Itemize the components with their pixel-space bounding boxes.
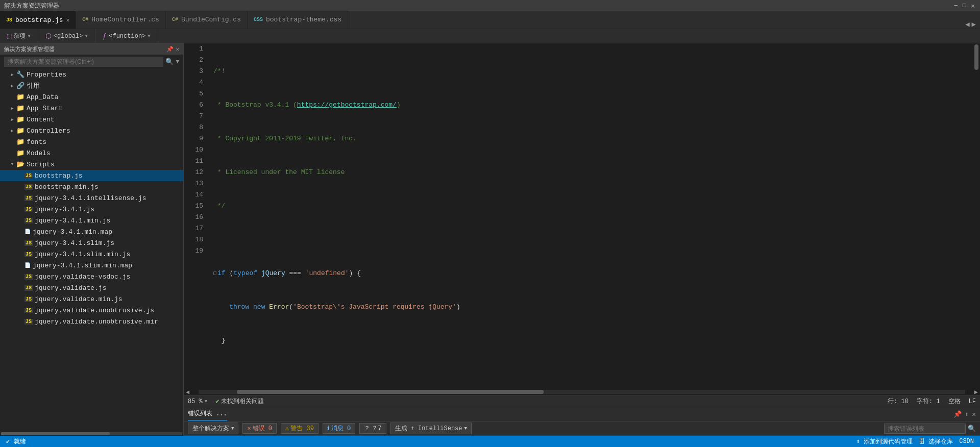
sidebar-item-references[interactable]: ▶ 🔗 引用 bbox=[0, 80, 183, 91]
editor-status-bar: 85 % ▼ ✔ 未找到相关问题 行: 10 字符: 1 空格 LF bbox=[184, 395, 980, 407]
sidebar-item-bootstrap-min[interactable]: JS bootstrap.min.js bbox=[0, 181, 183, 192]
error-search-icon[interactable]: 🔍 bbox=[968, 425, 976, 433]
message-count: 消息 0 bbox=[331, 424, 351, 433]
error-search-input[interactable] bbox=[884, 424, 966, 434]
title-bar: 解决方案资源管理器 ─ □ ✕ bbox=[0, 0, 980, 11]
tree-icon-jquery-min-map: 📄 bbox=[24, 229, 31, 235]
sidebar-label-jquery-min: jquery-3.4.1.min.js bbox=[35, 217, 110, 225]
sidebar-label-content: Content bbox=[27, 116, 55, 123]
tab-home-controller[interactable]: C# HomeController.cs bbox=[76, 11, 166, 29]
sidebar-item-jquery-validate-vsdoc[interactable]: JS jquery.validate-vsdoc.js bbox=[0, 271, 183, 282]
panel-tab-errors[interactable]: 错误列表 ... bbox=[188, 407, 227, 421]
sidebar-item-controllers[interactable]: ▶ 📁 Controllers bbox=[0, 125, 183, 136]
sidebar-search-options[interactable]: ▼ bbox=[176, 59, 179, 65]
git-up-icon: ⬆ bbox=[856, 438, 860, 445]
message-count-badge[interactable]: ℹ 消息 0 bbox=[323, 423, 355, 434]
tree-icon-jquery-slim-min: JS bbox=[24, 252, 33, 257]
line-num-5: 5 bbox=[184, 88, 203, 100]
hscroll-right-btn[interactable]: ▶ bbox=[972, 388, 980, 396]
fold-marker-7[interactable]: ▢ bbox=[213, 268, 216, 279]
status-right-bar: ⬆ 添加到源代码管理 🗄 选择仓库 CSDN bbox=[856, 437, 974, 446]
sidebar-label-fonts: fonts bbox=[27, 138, 46, 146]
sidebar-label-properties: Properties bbox=[27, 71, 66, 79]
sidebar-item-jquery-slim[interactable]: JS jquery-3.4.1.slim.js bbox=[0, 237, 183, 249]
panel-close-btn[interactable]: ✕ bbox=[972, 410, 976, 418]
editor-with-scrollbar: 1 2 3 4 5 6 7 8 9 10 11 12 13 14 15 16 1 bbox=[184, 43, 980, 388]
sidebar-label-app-start: App_Start bbox=[27, 105, 62, 112]
sidebar-item-jquery-slim-min[interactable]: JS jquery-3.4.1.slim.min.js bbox=[0, 249, 183, 260]
code-content[interactable]: /*! * Bootstrap v3.4.1 (https://getboots… bbox=[209, 43, 973, 388]
sidebar-search-area[interactable]: 🔍 ▼ bbox=[0, 55, 183, 69]
line-num-17: 17 bbox=[184, 223, 203, 234]
sidebar-item-jquery-validate-min[interactable]: JS jquery.validate.min.js bbox=[0, 293, 183, 305]
warning-count-badge[interactable]: ⚠ 警告 39 bbox=[281, 423, 318, 434]
tab-bar: JS bootstrap.js ✕ C# HomeController.cs C… bbox=[0, 11, 980, 29]
code-line-4: * Licensed under the MIT license bbox=[213, 167, 973, 178]
indent-type: 空格 bbox=[948, 397, 961, 406]
zoom-section[interactable]: 85 % ▼ ✔ 未找到相关问题 bbox=[188, 397, 264, 406]
line-num-2: 2 bbox=[184, 55, 203, 66]
error-count-badge[interactable]: ✕ 错误 0 bbox=[242, 423, 277, 434]
title-bar-icons[interactable]: ─ □ ✕ bbox=[952, 3, 976, 9]
tab-close-bootstrap-js[interactable]: ✕ bbox=[66, 17, 70, 23]
sidebar-item-app-data[interactable]: 📁 App_Data bbox=[0, 91, 183, 103]
tree-arrow-content: ▶ bbox=[8, 117, 16, 122]
sidebar-close-icon[interactable]: ✕ bbox=[176, 46, 179, 53]
toolbar-function-dropdown[interactable]: ƒ <function> ▼ bbox=[100, 31, 154, 41]
sidebar-search-icon[interactable]: 🔍 bbox=[165, 58, 174, 66]
sidebar-item-content[interactable]: ▶ 📁 Content bbox=[0, 114, 183, 125]
toolbar-misc-dropdown[interactable]: ⬚ 杂项 ▼ bbox=[4, 31, 34, 41]
toolbar-global-dropdown[interactable]: ⬡ <global> ▼ bbox=[42, 31, 91, 41]
editor-vscrollbar[interactable] bbox=[973, 43, 980, 388]
intellisense-dropdown[interactable]: 生成 + IntelliSense ▼ bbox=[390, 423, 472, 434]
sidebar-item-jquery-validate-unob[interactable]: JS jquery.validate.unobtrusive.js bbox=[0, 305, 183, 316]
sidebar-item-app-start[interactable]: ▶ 📁 App_Start bbox=[0, 103, 183, 114]
sidebar-item-models[interactable]: 📁 Models bbox=[0, 147, 183, 159]
panel-pin-icon[interactable]: 📌 bbox=[953, 410, 962, 418]
sidebar-header: 解决方案资源管理器 📌 ✕ bbox=[0, 43, 183, 55]
tab-bootstrap-theme[interactable]: CSS bootstrap-theme.css bbox=[248, 11, 348, 29]
tree-icon-jquery-validate-unob: JS bbox=[24, 308, 33, 313]
repo-select-label[interactable]: 🗄 选择仓库 bbox=[919, 437, 953, 446]
sidebar-item-scripts[interactable]: ▼ 📂 Scripts bbox=[0, 159, 183, 170]
sidebar-header-icons[interactable]: 📌 ✕ bbox=[166, 46, 179, 53]
line-num-6: 6 bbox=[184, 100, 203, 111]
tree-icon-app-data: 📁 bbox=[16, 93, 24, 101]
panel-expand-icon[interactable]: ⬆ bbox=[965, 410, 969, 418]
hscroll-left-btn[interactable]: ◀ bbox=[184, 388, 191, 396]
code-line-6 bbox=[213, 234, 973, 245]
sidebar-item-jquery-min[interactable]: JS jquery-3.4.1.min.js bbox=[0, 215, 183, 226]
csdn-label: CSDN bbox=[959, 438, 974, 445]
close-icon[interactable]: ✕ bbox=[969, 3, 976, 9]
sidebar-hscroll[interactable] bbox=[0, 432, 183, 436]
error-scope-dropdown[interactable]: 整个解决方案 ▼ bbox=[188, 423, 238, 434]
other-count: ？7 bbox=[372, 424, 381, 433]
sidebar-pin-icon[interactable]: 📌 bbox=[166, 46, 174, 53]
tab-scroll-right[interactable]: ▶ bbox=[972, 20, 976, 29]
sidebar-item-bootstrap-js[interactable]: JS bootstrap.js bbox=[0, 170, 183, 181]
zoom-dropdown-arrow[interactable]: ▼ bbox=[205, 399, 207, 404]
sidebar-item-jquery-slim-min-map[interactable]: 📄 jquery-3.4.1.slim.min.map bbox=[0, 260, 183, 271]
tab-bundle-config[interactable]: C# BundleConfig.cs bbox=[166, 11, 248, 29]
sidebar-search-input[interactable] bbox=[4, 57, 163, 67]
sidebar-item-jquery-validate-unob-mir[interactable]: JS jquery.validate.unobtrusive.mir bbox=[0, 316, 183, 327]
other-count-badge[interactable]: ？ ？7 bbox=[359, 423, 386, 434]
solution-explorer-title: 解决方案资源管理器 bbox=[4, 2, 59, 10]
editor-hscroll[interactable]: ◀ ▶ bbox=[184, 388, 980, 395]
git-add-label[interactable]: ⬆ 添加到源代码管理 bbox=[856, 437, 913, 446]
maximize-icon[interactable]: □ bbox=[961, 3, 968, 9]
sidebar-item-jquery-min-map[interactable]: 📄 jquery-3.4.1.min.map bbox=[0, 226, 183, 237]
minimize-icon[interactable]: ─ bbox=[952, 3, 959, 9]
sidebar-item-jquery-validate[interactable]: JS jquery.validate.js bbox=[0, 282, 183, 293]
panel-header-icons[interactable]: 📌 ⬆ ✕ bbox=[953, 410, 976, 418]
tree-icon-jquery-validate-unob-mir: JS bbox=[24, 319, 33, 325]
sidebar-label-jquery-min-map: jquery-3.4.1.min.map bbox=[33, 228, 112, 236]
sidebar-item-jquery-intellisense[interactable]: JS jquery-3.4.1.intellisense.js bbox=[0, 192, 183, 204]
tab-scroll-left[interactable]: ◀ bbox=[965, 20, 969, 29]
tab-bootstrap-js[interactable]: JS bootstrap.js ✕ bbox=[0, 11, 76, 29]
editor-scroll-content[interactable]: 1 2 3 4 5 6 7 8 9 10 11 12 13 14 15 16 1 bbox=[184, 43, 973, 388]
error-search-area[interactable]: 🔍 bbox=[884, 424, 976, 434]
sidebar-item-jquery-js[interactable]: JS jquery-3.4.1.js bbox=[0, 204, 183, 215]
sidebar-item-fonts[interactable]: 📁 fonts bbox=[0, 136, 183, 147]
sidebar-item-properties[interactable]: ▶ 🔧 Properties bbox=[0, 69, 183, 80]
